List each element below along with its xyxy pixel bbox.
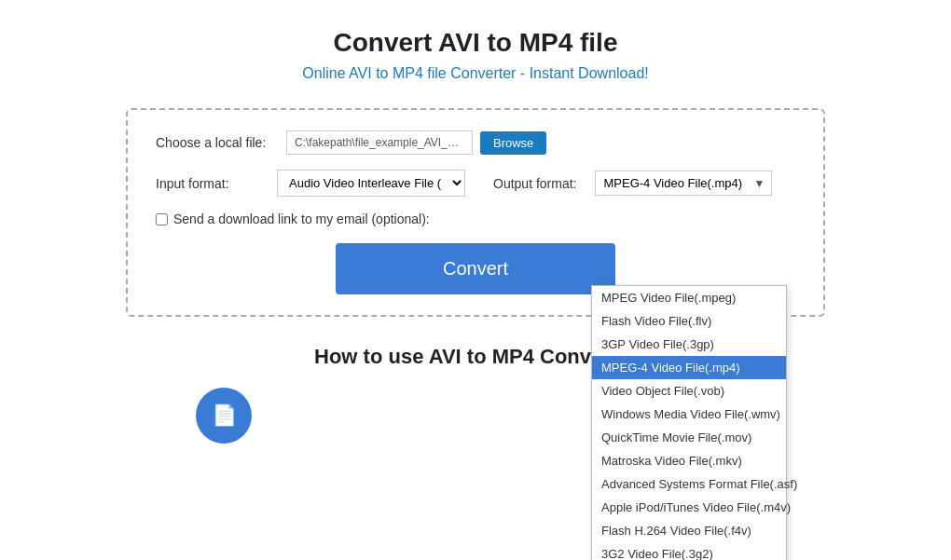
- dropdown-item[interactable]: 3G2 Video File(.3g2): [592, 542, 786, 560]
- email-row: Send a download link to my email (option…: [156, 212, 795, 226]
- how-to-title: How to use AVI to MP4 Converter: [0, 345, 951, 369]
- dropdown-item[interactable]: Matroska Video File(.mkv): [592, 449, 786, 472]
- convert-button[interactable]: Convert: [336, 243, 615, 294]
- browse-button[interactable]: Browse: [480, 131, 546, 155]
- dropdown-item[interactable]: 3GP Video File(.3gp): [592, 333, 786, 356]
- output-format-select[interactable]: MPEG-4 Video File(.mp4): [595, 171, 772, 196]
- email-label: Send a download link to my email (option…: [173, 212, 430, 226]
- output-select-wrapper: MPEG-4 Video File(.mp4) ▼: [595, 171, 772, 196]
- dropdown-item[interactable]: Advanced Systems Format File(.asf): [592, 472, 786, 496]
- converter-box: Choose a local file: C:\fakepath\file_ex…: [126, 108, 825, 317]
- dropdown-item[interactable]: MPEG-4 Video File(.mp4): [592, 356, 786, 379]
- output-format-dropdown: MPEG Video File(.mpeg)Flash Video File(.…: [591, 285, 787, 560]
- step1-icon: 📄: [196, 388, 252, 444]
- input-format-label: Input format:: [156, 176, 268, 191]
- file-icon: 📄: [212, 403, 237, 428]
- file-path-display: C:\fakepath\file_example_AVI_1920_2_3M: [286, 130, 473, 155]
- page-title: Convert AVI to MP4 file: [19, 28, 932, 58]
- dropdown-item[interactable]: Flash Video File(.flv): [592, 309, 786, 333]
- output-format-label: Output format:: [493, 176, 576, 191]
- file-row: Choose a local file: C:\fakepath\file_ex…: [156, 130, 795, 155]
- email-checkbox[interactable]: [156, 213, 168, 225]
- file-input-wrapper: C:\fakepath\file_example_AVI_1920_2_3M B…: [286, 130, 546, 155]
- dropdown-item[interactable]: QuickTime Movie File(.mov): [592, 426, 786, 449]
- page-header: Convert AVI to MP4 file Online AVI to MP…: [0, 0, 951, 91]
- input-format-select[interactable]: Audio Video Interleave File (: [277, 170, 465, 197]
- dropdown-item[interactable]: Windows Media Video File(.wmv): [592, 403, 786, 426]
- dropdown-item[interactable]: MPEG Video File(.mpeg): [592, 286, 786, 309]
- steps-row: 📄 ⊞ ⬇: [0, 388, 951, 444]
- file-label: Choose a local file:: [156, 135, 286, 150]
- format-row: Input format: Audio Video Interleave Fil…: [156, 170, 795, 197]
- dropdown-item[interactable]: Apple iPod/iTunes Video File(.m4v): [592, 496, 786, 519]
- page-subtitle: Online AVI to MP4 file Converter - Insta…: [19, 65, 932, 82]
- how-to-section: How to use AVI to MP4 Converter 📄 ⊞ ⬇: [0, 345, 951, 462]
- dropdown-item[interactable]: Video Object File(.vob): [592, 379, 786, 403]
- dropdown-item[interactable]: Flash H.264 Video File(.f4v): [592, 519, 786, 542]
